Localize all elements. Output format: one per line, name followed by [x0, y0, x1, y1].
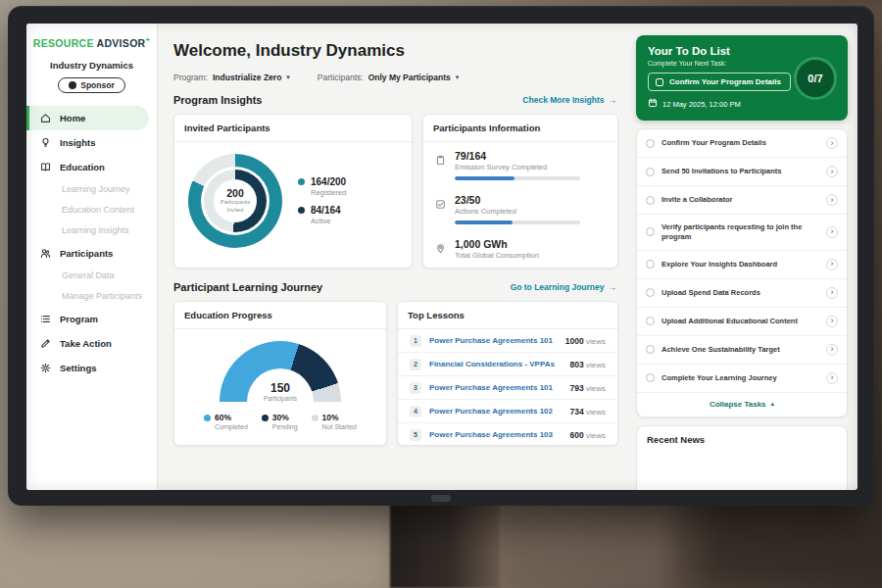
sidebar-item-label: Participants [60, 248, 113, 259]
participants-icon [40, 248, 52, 259]
education-icon [40, 162, 52, 172]
task-checkbox-icon[interactable] [646, 139, 655, 148]
lesson-row[interactable]: 5 Power Purchase Agreements 103 600 view… [398, 423, 617, 446]
chevron-right-icon: › [826, 194, 838, 206]
sponsor-badge-label: Sponsor [80, 80, 114, 90]
program-insights-title: Program Insights [173, 94, 262, 106]
sidebar-item-home[interactable]: Home [26, 106, 149, 130]
program-select[interactable]: Program: Industrialize Zero ▾ [173, 73, 290, 82]
task-checkbox-icon[interactable] [646, 373, 655, 382]
todo-task-row[interactable]: Explore Your Insights Dashboard › [637, 251, 847, 279]
task-label: Explore Your Insights Dashboard [662, 260, 819, 270]
sidebar-item-take-action[interactable]: Take Action [26, 331, 157, 356]
chevron-right-icon: › [826, 316, 838, 327]
education-progress-card: Education Progress 150 Participants [173, 301, 387, 446]
task-label: Invite a Collaborator [662, 195, 819, 205]
todo-task-row[interactable]: Upload Additional Educational Content › [637, 308, 847, 336]
checkbox-icon[interactable] [656, 78, 663, 86]
todo-task-row[interactable]: Send 50 Invitations to Participants › [637, 158, 847, 186]
task-checkbox-icon[interactable] [646, 260, 655, 269]
sidebar-item-settings[interactable]: Settings [26, 356, 157, 380]
todo-task-row[interactable]: Achieve One Sustainability Target › [637, 336, 847, 365]
sidebar-item-label: Education [60, 162, 105, 172]
lesson-rank-badge: 5 [410, 429, 421, 441]
sidebar-item-general-data[interactable]: General Data [26, 266, 157, 286]
lesson-row[interactable]: 3 Power Purchase Agreements 101 793 view… [398, 376, 617, 400]
lesson-rank-badge: 4 [410, 406, 421, 417]
education-legend: 60% Completed 30% Pending [204, 413, 357, 430]
monitor-brand-logo [431, 495, 451, 502]
sidebar-item-education-content[interactable]: Education Content [26, 200, 157, 220]
todo-task-row[interactable]: Verify participants requesting to join t… [637, 215, 847, 251]
lesson-row[interactable]: 1 Power Purchase Agreements 101 1000 vie… [398, 329, 617, 353]
sidebar-item-participants[interactable]: Participants [26, 241, 157, 266]
task-checkbox-icon[interactable] [646, 345, 655, 354]
education-card-title: Education Progress [174, 302, 386, 329]
todo-task-row[interactable]: Confirm Your Program Details › [637, 129, 847, 158]
checklist-icon [435, 196, 446, 214]
check-more-insights-link[interactable]: Check More Insights → [522, 95, 616, 105]
todo-progress-ring: 0/7 [794, 57, 837, 100]
sidebar-item-manage-participants[interactable]: Manage Participants [26, 286, 157, 307]
emission-progress-bar [455, 176, 580, 180]
collapse-tasks-button[interactable]: Collapse Tasks ▴ [637, 393, 847, 416]
recent-news-title: Recent News [647, 434, 837, 445]
task-label: Verify participants requesting to join t… [662, 222, 819, 242]
next-task-box[interactable]: Confirm Your Program Details [648, 73, 791, 91]
sidebar-item-learning-insights[interactable]: Learning Insights [26, 220, 157, 241]
sidebar-item-label: Take Action [60, 338, 112, 349]
lesson-row[interactable]: 2 Financial Considerations - VPPAs 803 v… [398, 353, 617, 376]
sidebar-item-label: General Data [62, 270, 115, 280]
emission-survey-row: 79/164 Emission Survey Completed [423, 142, 617, 186]
due-date-row: 12 May 2025, 12:00 PM [648, 98, 838, 110]
recent-news-card: Recent News [636, 425, 848, 491]
legend-item-registered: 164/200 Registered [298, 176, 346, 197]
task-checkbox-icon[interactable] [646, 168, 655, 176]
lesson-link[interactable]: Financial Considerations - VPPAs [429, 360, 563, 368]
sidebar-item-insights[interactable]: Insights [26, 130, 157, 155]
legend-dot [262, 415, 269, 421]
todo-title: Your To Do List [648, 45, 838, 57]
program-select-label: Program: [173, 73, 208, 82]
participants-select-label: Participants: [318, 73, 364, 82]
main-content: Welcome, Industry Dynamics Program: Indu… [158, 24, 630, 490]
task-checkbox-icon[interactable] [646, 227, 655, 236]
task-checkbox-icon[interactable] [646, 196, 655, 205]
sidebar-item-learning-journey[interactable]: Learning Journey [26, 179, 157, 200]
background-desk [0, 510, 392, 588]
lesson-link[interactable]: Power Purchase Agreements 101 [429, 383, 563, 392]
legend-dot [298, 207, 305, 214]
chevron-right-icon: › [826, 166, 838, 177]
lesson-link[interactable]: Power Purchase Agreements 103 [429, 430, 563, 439]
chevron-right-icon: › [826, 137, 838, 149]
sidebar-item-label: Learning Journey [62, 184, 130, 194]
chevron-down-icon: ▾ [456, 74, 460, 81]
sidebar-item-label: Insights [60, 137, 95, 148]
todo-task-row[interactable]: Invite a Collaborator › [637, 186, 847, 215]
todo-task-row[interactable]: Complete Your Learning Journey › [637, 365, 847, 393]
lesson-link[interactable]: Power Purchase Agreements 101 [429, 336, 558, 345]
arrow-right-icon: → [609, 282, 617, 292]
todo-task-row[interactable]: Upload Spend Data Records › [637, 279, 847, 308]
legend-dot [204, 415, 211, 421]
program-select-value: Industrialize Zero [213, 73, 281, 82]
sidebar-item-label: Learning Insights [62, 225, 129, 235]
participants-select[interactable]: Participants: Only My Participants ▾ [318, 73, 459, 82]
actions-completed-row: 23/50 Actions Completed [423, 186, 617, 230]
task-checkbox-icon[interactable] [646, 288, 655, 297]
lesson-link[interactable]: Power Purchase Agreements 102 [429, 407, 563, 416]
invited-participants-card: Invited Participants 200 Participants In… [173, 114, 413, 269]
legend-item-pending: 30% Pending [262, 413, 298, 430]
donut-center-value: 200 [226, 187, 244, 199]
sidebar-item-label: Home [60, 113, 85, 123]
lesson-row[interactable]: 4 Power Purchase Agreements 102 734 view… [398, 400, 617, 423]
top-lessons-card: Top Lessons 1 Power Purchase Agreements … [397, 301, 618, 446]
go-to-learning-journey-link[interactable]: Go to Learning Journey → [511, 282, 616, 292]
sponsor-badge[interactable]: Sponsor [58, 77, 124, 93]
sponsor-icon [69, 81, 76, 89]
chevron-right-icon: › [826, 259, 838, 270]
sidebar-item-program[interactable]: Program [26, 307, 157, 331]
lesson-rank-badge: 3 [410, 382, 421, 394]
task-checkbox-icon[interactable] [646, 317, 655, 325]
sidebar-item-education[interactable]: Education [26, 155, 157, 179]
